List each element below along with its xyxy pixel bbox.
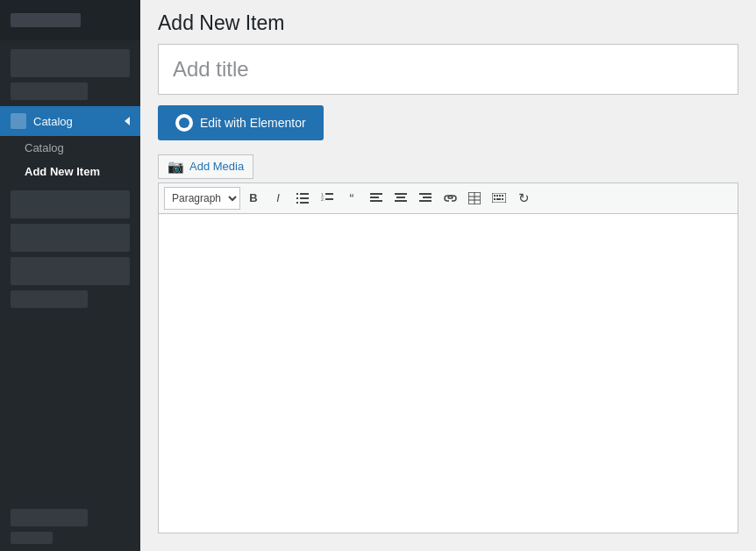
sidebar-blur-item-2 xyxy=(11,82,88,100)
sidebar-logo-placeholder xyxy=(11,13,81,27)
svg-rect-25 xyxy=(494,195,496,197)
table-icon xyxy=(468,192,481,204)
svg-rect-10 xyxy=(370,193,382,195)
svg-rect-9 xyxy=(325,198,333,200)
svg-rect-24 xyxy=(492,193,506,203)
bullet-list-button[interactable] xyxy=(291,187,314,210)
svg-rect-16 xyxy=(419,193,431,195)
svg-rect-15 xyxy=(395,200,407,202)
svg-rect-2 xyxy=(296,197,298,199)
sidebar-blur-item-5 xyxy=(11,257,130,285)
svg-rect-26 xyxy=(496,195,498,197)
sidebar-blur-item-6 xyxy=(11,290,88,308)
svg-rect-12 xyxy=(370,200,382,202)
editor-toolbar: Paragraph B I 1.2. “ xyxy=(158,182,738,213)
sidebar-submenu-catalog[interactable]: Catalog xyxy=(0,136,140,160)
elementor-button-label: Edit with Elementor xyxy=(200,116,306,130)
sidebar-item-catalog[interactable]: Catalog xyxy=(0,106,140,136)
sidebar-blur-item-3 xyxy=(11,190,130,218)
elementor-btn-wrapper: Edit with Elementor xyxy=(158,105,738,140)
align-center-button[interactable] xyxy=(389,187,412,210)
page-title: Add New Item xyxy=(158,11,738,37)
sidebar-blur-bottom-1 xyxy=(11,509,88,526)
svg-rect-0 xyxy=(296,193,298,195)
align-left-icon xyxy=(370,193,382,204)
title-input-wrapper xyxy=(158,44,738,95)
refresh-button[interactable]: ↻ xyxy=(512,187,535,210)
blockquote-button[interactable]: “ xyxy=(340,187,363,210)
paragraph-select[interactable]: Paragraph xyxy=(164,187,240,210)
catalog-icon xyxy=(11,113,26,129)
svg-rect-31 xyxy=(502,198,503,200)
elementor-button[interactable]: Edit with Elementor xyxy=(158,105,324,140)
sidebar-catalog-label: Catalog xyxy=(33,115,73,128)
add-media-icon: 📷 xyxy=(168,159,184,175)
editor-area: Edit with Elementor 📷 Add Media Paragrap… xyxy=(140,44,756,551)
link-button[interactable] xyxy=(439,187,461,210)
page-header: Add New Item xyxy=(140,0,756,44)
editor-body[interactable] xyxy=(158,213,738,533)
svg-rect-29 xyxy=(494,198,496,200)
keyboard-button[interactable] xyxy=(488,187,510,210)
align-right-icon xyxy=(419,193,431,204)
svg-rect-30 xyxy=(496,198,501,200)
sidebar-blur-item-1 xyxy=(11,49,130,77)
main-content: Add New Item Edit with Elementor 📷 Add M… xyxy=(140,0,756,551)
sidebar: Catalog Catalog Add New Item xyxy=(0,0,140,551)
elementor-icon xyxy=(175,114,193,132)
svg-rect-28 xyxy=(502,195,503,197)
add-media-wrapper: 📷 Add Media xyxy=(158,151,738,182)
numbered-list-icon: 1.2. xyxy=(321,192,333,204)
svg-rect-17 xyxy=(423,197,431,198)
bold-button[interactable]: B xyxy=(242,187,265,210)
align-left-button[interactable] xyxy=(365,187,388,210)
svg-rect-18 xyxy=(419,200,431,202)
svg-text:2.: 2. xyxy=(321,197,325,202)
svg-rect-27 xyxy=(499,195,501,197)
italic-button[interactable]: I xyxy=(267,187,289,210)
elementor-icon-inner xyxy=(179,118,189,128)
align-right-button[interactable] xyxy=(414,187,437,210)
content-editor-block: 📷 Add Media Paragraph B I xyxy=(158,151,738,533)
bullet-list-icon xyxy=(296,192,309,204)
svg-rect-14 xyxy=(396,197,405,198)
sidebar-submenu-add-new[interactable]: Add New Item xyxy=(0,160,140,183)
table-button[interactable] xyxy=(463,187,486,210)
add-media-button[interactable]: 📷 Add Media xyxy=(158,154,253,179)
svg-rect-1 xyxy=(300,193,309,195)
svg-rect-4 xyxy=(296,202,298,204)
link-icon xyxy=(444,194,457,203)
svg-rect-11 xyxy=(370,197,379,198)
title-input[interactable] xyxy=(159,45,738,94)
sidebar-blur-bottom-2 xyxy=(11,532,53,544)
numbered-list-button[interactable]: 1.2. xyxy=(316,187,339,210)
add-media-label: Add Media xyxy=(189,160,244,173)
svg-rect-7 xyxy=(325,193,333,195)
keyboard-icon xyxy=(492,193,506,203)
sidebar-top-bar xyxy=(0,0,140,40)
svg-rect-13 xyxy=(395,193,407,195)
align-center-icon xyxy=(395,193,407,204)
svg-rect-3 xyxy=(300,197,309,199)
sidebar-blur-item-4 xyxy=(11,224,130,252)
active-arrow xyxy=(125,117,130,125)
svg-rect-5 xyxy=(300,202,309,204)
